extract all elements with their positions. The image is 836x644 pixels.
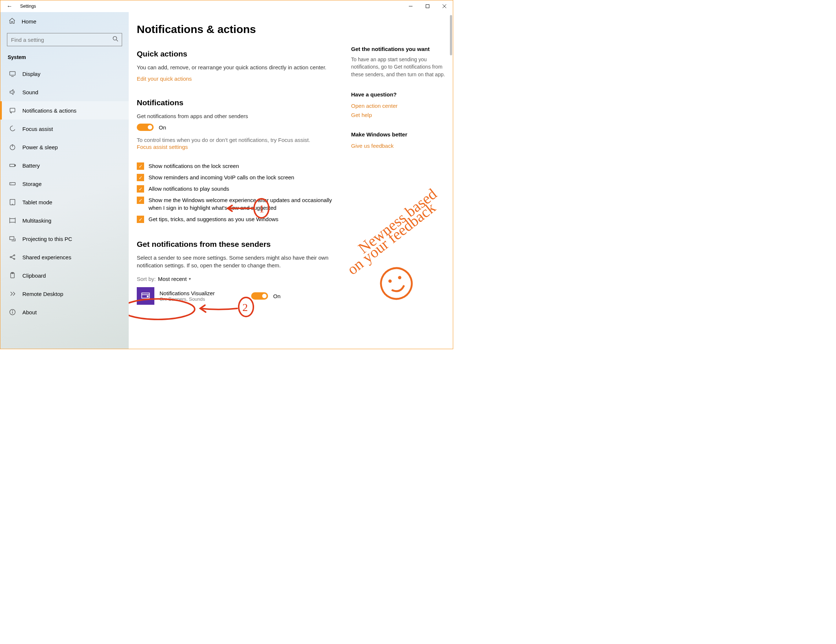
nav-label: Shared experiences: [22, 254, 71, 260]
tablet-icon: [8, 198, 16, 206]
checkbox-icon: ✓: [137, 185, 144, 193]
back-button[interactable]: ←: [0, 3, 19, 10]
close-button[interactable]: [436, 0, 453, 12]
search-input[interactable]: [7, 37, 109, 43]
nav-label: Sound: [22, 89, 38, 95]
check-label: Get tips, tricks, and suggestions as you…: [149, 215, 278, 223]
sidebar-item-shared-experiences[interactable]: Shared experiences: [0, 248, 129, 266]
sender-toggle-state: On: [273, 293, 281, 299]
checkbox-icon: ✓: [137, 196, 144, 204]
senders-heading: Get notifications from these senders: [137, 240, 340, 248]
sidebar-category: System: [0, 51, 129, 65]
sender-status: On: Banners, Sounds: [160, 296, 251, 302]
aside-question-title: Have a question?: [351, 92, 446, 98]
main-panel: Notifications & actions Quick actions Yo…: [129, 12, 453, 349]
notifications-hint: To control times when you do or don't ge…: [137, 136, 340, 144]
sender-app-icon: [137, 287, 154, 305]
titlebar: ← Settings: [0, 0, 453, 12]
nav-label: Display: [22, 71, 40, 77]
notifications-toggle-state: On: [159, 124, 166, 131]
nav-label: Projecting to this PC: [22, 236, 72, 242]
give-feedback-link[interactable]: Give us feedback: [351, 143, 394, 149]
check-label: Allow notifications to play sounds: [149, 185, 229, 193]
edit-quick-actions-link[interactable]: Edit your quick actions: [137, 75, 192, 82]
scrollbar[interactable]: [450, 15, 452, 56]
nav-label: Remote Desktop: [22, 291, 64, 297]
svg-rect-13: [10, 183, 15, 185]
svg-rect-17: [10, 219, 15, 222]
nav-label: Clipboard: [22, 273, 46, 279]
nav-label: Power & sleep: [22, 144, 58, 150]
display-icon: [8, 70, 16, 77]
svg-line-26: [11, 256, 14, 257]
sidebar-item-remote-desktop[interactable]: Remote Desktop: [0, 284, 129, 303]
minimize-button[interactable]: [402, 0, 419, 12]
get-help-link[interactable]: Get help: [351, 112, 372, 118]
sidebar-item-sound[interactable]: Sound: [0, 83, 129, 101]
check-label: Show me the Windows welcome experience a…: [149, 196, 340, 212]
svg-line-5: [117, 40, 118, 41]
aside-better-title: Make Windows better: [351, 131, 446, 137]
aside-wanted-title: Get the notifications you want: [351, 46, 446, 52]
projecting-icon: [8, 235, 16, 242]
notifications-toggle[interactable]: [137, 124, 153, 131]
sidebar-item-tablet-mode[interactable]: Tablet mode: [0, 193, 129, 211]
sidebar-item-display[interactable]: Display: [0, 65, 129, 83]
battery-icon: [8, 162, 16, 169]
sidebar-item-clipboard[interactable]: Clipboard: [0, 266, 129, 284]
app-title: Settings: [19, 4, 36, 9]
svg-point-25: [13, 258, 15, 259]
maximize-button[interactable]: [419, 0, 436, 12]
sort-dropdown[interactable]: Sort by: Most recent ▾: [137, 276, 340, 282]
sender-row[interactable]: Notifications Visualizer On: Banners, So…: [137, 285, 340, 307]
check-play-sounds[interactable]: ✓Allow notifications to play sounds: [137, 185, 340, 193]
sidebar-home-label: Home: [22, 18, 36, 25]
sidebar-home[interactable]: Home: [0, 12, 129, 31]
nav-label: Tablet mode: [22, 199, 52, 205]
nav-label: Focus assist: [22, 126, 53, 132]
svg-rect-35: [147, 296, 149, 297]
check-tips[interactable]: ✓Get tips, tricks, and suggestions as yo…: [137, 215, 340, 223]
page-title: Notifications & actions: [137, 23, 446, 36]
sort-value: Most recent: [158, 276, 187, 282]
shared-icon: [8, 253, 16, 261]
sort-label: Sort by:: [137, 276, 156, 282]
svg-point-23: [10, 257, 11, 257]
remote-icon: [8, 290, 16, 297]
focus-assist-link[interactable]: Focus assist settings: [137, 144, 188, 150]
svg-rect-8: [10, 108, 15, 112]
check-label: Show notifications on the lock screen: [149, 162, 239, 170]
svg-line-27: [11, 257, 14, 258]
sidebar: Home System Display Sound: [0, 12, 129, 349]
nav-label: Notifications & actions: [22, 108, 77, 114]
check-welcome-experience[interactable]: ✓Show me the Windows welcome experience …: [137, 196, 340, 212]
nav-label: About: [22, 309, 37, 315]
check-lock-screen[interactable]: ✓Show notifications on the lock screen: [137, 162, 340, 170]
svg-rect-12: [15, 165, 16, 166]
svg-rect-11: [10, 164, 15, 167]
checkbox-icon: ✓: [137, 216, 144, 223]
window-controls: [402, 0, 453, 12]
open-action-center-link[interactable]: Open action center: [351, 103, 398, 109]
search-box[interactable]: [7, 33, 122, 46]
sidebar-item-projecting[interactable]: Projecting to this PC: [0, 230, 129, 248]
notifications-toggle-label: Get notifications from apps and other se…: [137, 112, 340, 120]
aside-wanted-body: To have an app start sending you notific…: [351, 56, 446, 78]
svg-rect-1: [426, 5, 429, 8]
svg-rect-22: [10, 237, 14, 239]
chevron-down-icon: ▾: [189, 276, 191, 281]
sidebar-item-power-sleep[interactable]: Power & sleep: [0, 138, 129, 156]
nav-label: Multitasking: [22, 217, 51, 224]
check-label: Show reminders and incoming VoIP calls o…: [149, 173, 294, 181]
check-reminders[interactable]: ✓Show reminders and incoming VoIP calls …: [137, 173, 340, 181]
sender-toggle[interactable]: [251, 292, 268, 300]
sidebar-item-focus-assist[interactable]: Focus assist: [0, 119, 129, 138]
sidebar-item-storage[interactable]: Storage: [0, 175, 129, 193]
svg-rect-6: [10, 72, 15, 75]
sidebar-item-notifications[interactable]: Notifications & actions: [0, 101, 129, 119]
sidebar-item-multitasking[interactable]: Multitasking: [0, 211, 129, 230]
notifications-heading: Notifications: [137, 98, 340, 107]
svg-point-32: [13, 310, 13, 311]
sidebar-item-battery[interactable]: Battery: [0, 156, 129, 175]
sidebar-item-about[interactable]: About: [0, 303, 129, 321]
